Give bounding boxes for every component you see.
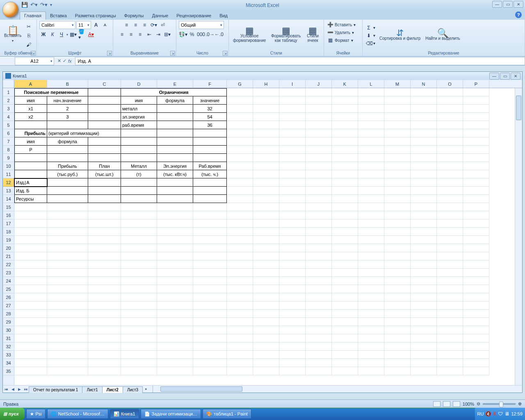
cell[interactable] [121, 219, 157, 228]
cell[interactable] [253, 244, 279, 252]
cell[interactable] [253, 236, 279, 244]
cell[interactable] [88, 105, 121, 113]
cell[interactable] [332, 154, 358, 162]
cell[interactable] [14, 154, 47, 162]
cell[interactable] [121, 359, 157, 367]
cell[interactable] [157, 351, 193, 359]
cell[interactable] [437, 359, 463, 367]
cell[interactable] [306, 178, 332, 187]
cell[interactable] [227, 154, 253, 162]
cell[interactable] [411, 187, 437, 195]
cell[interactable] [47, 252, 88, 260]
cell[interactable] [384, 367, 411, 375]
tray-icon[interactable]: K [493, 411, 496, 417]
cell[interactable] [14, 252, 47, 260]
cell[interactable] [332, 260, 358, 269]
cell[interactable] [47, 310, 88, 318]
qat-redo-icon[interactable]: ↷▾ [40, 2, 48, 8]
cell[interactable] [279, 195, 306, 203]
cell[interactable] [121, 211, 157, 219]
cell[interactable] [384, 359, 411, 367]
cell[interactable] [227, 301, 253, 310]
cell[interactable] [437, 203, 463, 211]
cell[interactable]: формула [47, 137, 88, 146]
font-size-combo[interactable]: 11 [76, 21, 91, 29]
cell[interactable] [279, 301, 306, 310]
vertical-scrollbar[interactable] [515, 88, 522, 385]
number-dialog-icon[interactable]: ⇲ [223, 51, 228, 56]
column-header[interactable]: G [227, 80, 253, 88]
qat-customize-icon[interactable]: ▾ [50, 2, 52, 7]
cell[interactable] [47, 293, 88, 301]
cell[interactable] [14, 219, 47, 228]
cell[interactable] [306, 203, 332, 211]
column-header[interactable]: H [253, 80, 279, 88]
cell[interactable] [193, 129, 227, 137]
cell[interactable] [332, 277, 358, 285]
comma-icon[interactable]: 000 [197, 30, 205, 39]
column-header[interactable]: O [437, 80, 463, 88]
cell[interactable] [358, 236, 384, 244]
cell[interactable]: (т) [121, 170, 157, 178]
cell[interactable] [193, 154, 227, 162]
cell[interactable] [384, 219, 411, 228]
cell[interactable] [411, 137, 437, 146]
cell[interactable] [47, 260, 88, 269]
taskbar-item[interactable]: 📄Задачи оптимизаци… [141, 409, 201, 419]
cell[interactable]: эл.энергия [121, 113, 157, 121]
align-dialog-icon[interactable]: ⇲ [170, 51, 175, 56]
cell[interactable] [463, 137, 489, 146]
cell[interactable] [463, 219, 489, 228]
cell[interactable] [437, 146, 463, 154]
cell[interactable] [358, 252, 384, 260]
cell[interactable] [121, 260, 157, 269]
cell[interactable] [47, 334, 88, 342]
cell[interactable] [88, 285, 121, 293]
cell[interactable] [47, 146, 88, 154]
cell[interactable] [88, 88, 121, 96]
cell[interactable] [121, 154, 157, 162]
cell[interactable] [437, 162, 463, 170]
cell[interactable] [279, 121, 306, 129]
cell[interactable] [358, 137, 384, 146]
cell[interactable] [227, 293, 253, 301]
cell[interactable] [306, 252, 332, 260]
cell[interactable]: имя [121, 96, 157, 105]
cell[interactable] [227, 310, 253, 318]
cell[interactable] [279, 236, 306, 244]
cell[interactable] [157, 236, 193, 244]
cell[interactable] [253, 252, 279, 260]
sheet-nav-first-icon[interactable]: ⏮ [3, 386, 9, 393]
cell[interactable]: План [88, 162, 121, 170]
cell[interactable] [14, 334, 47, 342]
qat-undo-icon[interactable]: ↶▾ [30, 2, 38, 8]
cell[interactable] [14, 285, 47, 293]
font-name-combo[interactable]: Calibri [39, 21, 75, 29]
percent-icon[interactable]: % [188, 30, 196, 39]
dec-decimal-icon[interactable]: ←.0 [215, 30, 223, 39]
cell[interactable] [253, 88, 279, 96]
tray-icon[interactable]: 🛡 [498, 411, 503, 417]
cell[interactable] [384, 105, 411, 113]
row-header[interactable]: 10 [3, 162, 14, 170]
column-header[interactable]: K [332, 80, 358, 88]
doc-close-button[interactable]: ✕ [511, 73, 520, 80]
cell[interactable] [157, 310, 193, 318]
column-header[interactable]: B [47, 80, 88, 88]
row-header[interactable]: 20 [3, 244, 14, 252]
cell[interactable] [88, 334, 121, 342]
indent-dec-icon[interactable]: ⇤ [145, 30, 153, 39]
cell[interactable] [88, 178, 121, 187]
cell[interactable] [437, 293, 463, 301]
cell[interactable] [306, 301, 332, 310]
cell[interactable] [88, 244, 121, 252]
cell[interactable] [279, 244, 306, 252]
cell[interactable] [306, 146, 332, 154]
cell[interactable] [463, 146, 489, 154]
cell[interactable] [306, 187, 332, 195]
cell[interactable] [358, 260, 384, 269]
cell[interactable] [121, 318, 157, 326]
cell[interactable] [306, 219, 332, 228]
cell[interactable] [437, 244, 463, 252]
cell[interactable]: Металл [121, 162, 157, 170]
